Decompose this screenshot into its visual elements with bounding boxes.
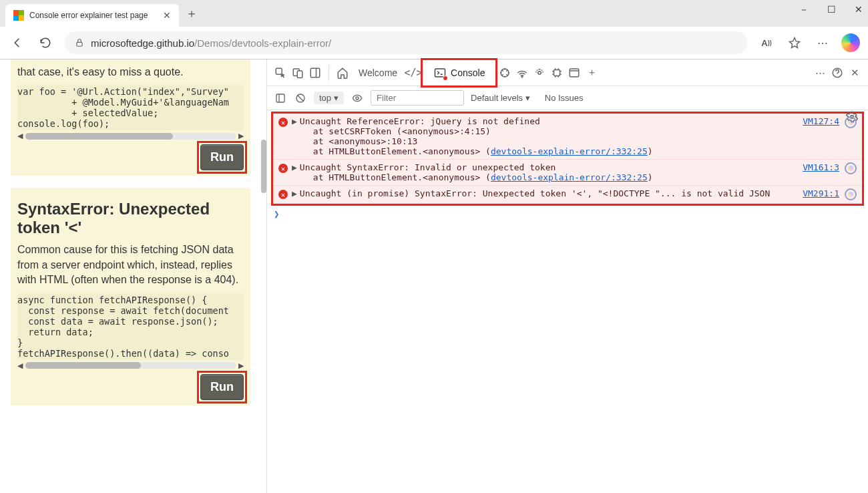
favorite-icon[interactable] [785, 33, 804, 52]
svg-point-6 [501, 69, 509, 77]
code-block: async function fetchAPIResponse() { cons… [17, 293, 244, 360]
error-icon: ✕ [278, 190, 288, 199]
console-prompt[interactable]: ❯ [267, 206, 868, 222]
source-link[interactable]: VM291:1 [803, 188, 839, 198]
svg-rect-4 [310, 68, 320, 77]
horizontal-scrollbar[interactable]: ◀ ▶ [17, 361, 244, 370]
svg-point-7 [522, 76, 523, 77]
svg-rect-12 [276, 94, 284, 102]
memory-icon[interactable] [550, 66, 564, 79]
svg-rect-0 [77, 42, 82, 46]
console-subbar: top ▾ Default levels ▾ No Issues [267, 86, 868, 110]
explain-copilot-icon[interactable] [845, 116, 857, 128]
levels-dropdown[interactable]: Default levels ▾ [471, 93, 530, 103]
live-expression-icon[interactable] [351, 92, 364, 105]
context-dropdown[interactable]: top ▾ [314, 92, 344, 104]
horizontal-scrollbar[interactable]: ◀ ▶ [17, 132, 244, 140]
lock-icon [75, 38, 84, 47]
scroll-left-icon[interactable]: ◀ [17, 132, 23, 140]
microsoft-favicon [13, 10, 24, 21]
stack-line: at <anonymous>:10:13 [313, 136, 796, 146]
page-pane: that case, it's easy to miss a quote. va… [0, 59, 267, 493]
browser-tab[interactable]: Console error explainer test page ✕ [5, 4, 179, 27]
card-title: SyntaxError: Unexpected token '<' [17, 200, 244, 237]
error-summary: Uncaught SyntaxError: Invalid or unexpec… [300, 162, 556, 172]
clear-console-icon[interactable] [294, 92, 307, 105]
disclosure-icon[interactable]: ▶ [292, 162, 297, 172]
run-button[interactable]: Run [200, 144, 244, 170]
dock-side-icon[interactable] [308, 66, 322, 79]
add-tab-icon[interactable]: ＋ [585, 66, 598, 79]
back-icon[interactable] [8, 33, 27, 52]
scroll-left-icon[interactable]: ◀ [17, 361, 23, 370]
source-link[interactable]: VM127:4 [803, 116, 839, 126]
read-aloud-icon[interactable]: A)) [757, 33, 776, 52]
disclosure-icon[interactable]: ▶ [292, 116, 297, 126]
card-missing-quote: that case, it's easy to miss a quote. va… [11, 59, 250, 176]
tab-console[interactable]: Console [428, 63, 490, 82]
application-icon[interactable] [568, 66, 581, 79]
address-bar: microsoftedge.github.io/Demos/devtools-e… [0, 27, 868, 59]
home-icon[interactable] [336, 66, 349, 79]
filter-input[interactable] [371, 90, 464, 106]
explain-copilot-icon[interactable] [845, 188, 857, 200]
stack-link[interactable]: devtools-explain-error/:332:25 [491, 172, 648, 182]
vertical-scrollbar[interactable] [261, 140, 266, 193]
chevron-down-icon: ▾ [525, 93, 530, 103]
inspect-element-icon[interactable] [274, 66, 287, 79]
sources-icon[interactable] [498, 66, 511, 79]
minimize-icon[interactable]: － [799, 4, 809, 16]
issues-count[interactable]: No Issues [545, 93, 584, 103]
devtools-pane: Welcome </> Console [267, 59, 868, 493]
scroll-right-icon[interactable]: ▶ [238, 361, 244, 370]
stack-link[interactable]: devtools-explain-error/:332:25 [491, 146, 648, 156]
refresh-icon[interactable] [36, 33, 55, 52]
help-icon[interactable] [831, 66, 844, 79]
card-desc: that case, it's easy to miss a quote. [17, 65, 244, 79]
stack-line: at HTMLButtonElement.<anonymous> (devtoo… [313, 146, 796, 156]
maximize-icon[interactable]: ☐ [827, 4, 836, 16]
scroll-right-icon[interactable]: ▶ [238, 132, 244, 140]
more-tools-icon[interactable]: ⋯ [813, 66, 827, 79]
disclosure-icon[interactable]: ▶ [292, 188, 297, 198]
device-emulation-icon[interactable] [291, 66, 304, 79]
console-error-row[interactable]: ✕ ▶ Uncaught SyntaxError: Invalid or une… [273, 160, 862, 186]
close-tab-icon[interactable]: ✕ [163, 10, 171, 21]
error-icon: ✕ [278, 118, 288, 127]
card-unexpected-token: SyntaxError: Unexpected token '<' Common… [11, 188, 250, 405]
stack-line: at HTMLButtonElement.<anonymous> (devtoo… [313, 172, 796, 182]
code-block: var foo = '@Url.Action("index","Survey" … [17, 85, 244, 130]
tab-welcome[interactable]: Welcome [353, 65, 403, 81]
tab-title: Console error explainer test page [29, 11, 158, 20]
svg-point-8 [538, 71, 541, 74]
stack-line: at setCSRFToken (<anonymous>:4:15) [313, 126, 796, 136]
run-button[interactable]: Run [200, 374, 244, 400]
console-error-row[interactable]: ✕ ▶ Uncaught ReferenceError: jQuery is n… [273, 114, 862, 160]
copilot-icon[interactable] [841, 33, 860, 52]
console-tab-highlight: Console [424, 61, 494, 84]
close-window-icon[interactable]: ✕ [855, 4, 863, 16]
browser-chrome: Console error explainer test page ✕ ＋ － … [0, 0, 868, 59]
sidebar-toggle-icon[interactable] [274, 92, 287, 105]
window-controls: － ☐ ✕ [799, 4, 863, 16]
elements-icon[interactable]: </> [407, 66, 420, 79]
error-icon: ✕ [278, 164, 288, 173]
svg-rect-9 [554, 69, 560, 75]
page-scroll[interactable]: that case, it's easy to miss a quote. va… [0, 59, 261, 493]
svg-point-14 [356, 97, 359, 100]
explain-copilot-icon[interactable] [845, 162, 857, 174]
network-icon[interactable] [515, 66, 529, 79]
error-summary: Uncaught ReferenceError: jQuery is not d… [300, 116, 540, 126]
url-text: microsoftedge.github.io/Demos/devtools-e… [91, 37, 331, 49]
new-tab-button[interactable]: ＋ [186, 5, 198, 21]
close-devtools-icon[interactable]: ✕ [848, 66, 861, 79]
content-area: that case, it's easy to miss a quote. va… [0, 59, 868, 493]
source-link[interactable]: VM161:3 [803, 162, 839, 172]
url-field[interactable]: microsoftedge.github.io/Demos/devtools-e… [64, 31, 748, 54]
devtools-toolbar: Welcome </> Console [267, 59, 868, 86]
console-error-row[interactable]: ✕ ▶ Uncaught (in promise) SyntaxError: U… [273, 186, 862, 204]
chevron-down-icon: ▾ [334, 93, 339, 103]
more-icon[interactable]: ⋯ [813, 33, 832, 52]
performance-icon[interactable] [533, 66, 546, 79]
svg-rect-3 [297, 71, 302, 78]
